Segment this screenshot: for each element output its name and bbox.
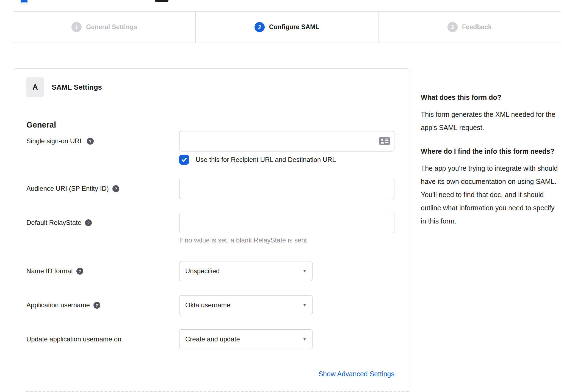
relaystate-helper-text: If no value is set, a blank RelayState i… [179, 236, 394, 245]
field-audience-uri: Audience URI (SP Entity ID) ? [26, 179, 394, 199]
chevron-down-icon: ▼ [303, 269, 306, 273]
step-2-number: 2 [255, 22, 265, 32]
sidebar-body-where: The app you're trying to integrate with … [421, 162, 560, 228]
step-3-number: 3 [447, 22, 458, 32]
update-app-username-label: Update application username on [26, 335, 121, 343]
update-app-username-value: Create and update [185, 335, 240, 343]
field-single-sign-on-url: Single sign-on URL ? [26, 131, 394, 165]
audience-uri-label: Audience URI (SP Entity ID) [26, 185, 109, 192]
field-name-id-format: Name ID format ? Unspecified ▼ [26, 261, 394, 281]
field-application-username: Application username ? Okta username ▼ [26, 295, 394, 315]
chevron-down-icon: ▼ [303, 337, 306, 341]
recipient-url-checkbox[interactable] [179, 155, 189, 165]
chevron-down-icon: ▼ [303, 303, 306, 307]
step-1-number: 1 [71, 22, 82, 32]
recipient-url-checkbox-label: Use this for Recipient URL and Destinati… [196, 156, 336, 164]
clipped-fragment-shadow [21, 4, 27, 5]
single-sign-on-url-label: Single sign-on URL [26, 137, 83, 145]
sidebar-heading-what: What does this form do? [421, 91, 560, 104]
application-username-select[interactable]: Okta username ▼ [179, 295, 313, 315]
name-id-format-label: Name ID format [26, 267, 73, 275]
step-configure-saml[interactable]: 2 Configure SAML [195, 12, 378, 43]
show-advanced-settings-link[interactable]: Show Advanced Settings [318, 370, 394, 378]
sidebar-body-what: This form generates the XML needed for t… [421, 108, 560, 134]
contact-card-icon[interactable] [379, 137, 390, 146]
step-2-label: Configure SAML [269, 23, 319, 31]
step-feedback[interactable]: 3 Feedback [378, 12, 561, 43]
help-icon[interactable]: ? [87, 138, 94, 145]
update-app-username-select[interactable]: Create and update ▼ [179, 329, 313, 349]
step-1-label: General Settings [86, 23, 137, 31]
default-relaystate-input[interactable] [179, 213, 394, 233]
help-icon[interactable]: ? [76, 268, 83, 275]
saml-settings-panel: A SAML Settings General Single sign-on U… [13, 68, 410, 392]
application-username-value: Okta username [185, 301, 230, 309]
name-id-format-select[interactable]: Unspecified ▼ [179, 261, 313, 281]
panel-title: SAML Settings [52, 83, 102, 92]
help-sidebar: What does this form do? This form genera… [421, 91, 560, 238]
wizard-stepper: 1 General Settings 2 Configure SAML 3 Fe… [13, 11, 561, 43]
help-icon[interactable]: ? [112, 185, 119, 192]
default-relaystate-label: Default RelayState [26, 219, 81, 227]
field-update-app-username: Update application username on Create an… [26, 329, 394, 349]
sidebar-heading-where: Where do I find the info this form needs… [421, 145, 560, 158]
checkmark-icon [181, 156, 187, 163]
field-default-relaystate: Default RelayState ? If no value is set,… [26, 213, 394, 245]
application-username-label: Application username [26, 301, 90, 309]
section-dashed-divider [26, 391, 409, 392]
name-id-format-value: Unspecified [185, 267, 220, 275]
step-3-label: Feedback [462, 23, 492, 31]
section-a-badge: A [26, 77, 44, 97]
audience-uri-input[interactable] [179, 179, 394, 199]
single-sign-on-url-input[interactable] [179, 131, 394, 151]
clipped-dark-fragment [155, 0, 168, 2]
help-icon[interactable]: ? [93, 302, 100, 309]
clipped-blue-fragment [21, 0, 27, 2]
step-general-settings[interactable]: 1 General Settings [13, 12, 195, 43]
help-icon[interactable]: ? [85, 219, 92, 226]
general-section-heading: General [26, 120, 394, 130]
